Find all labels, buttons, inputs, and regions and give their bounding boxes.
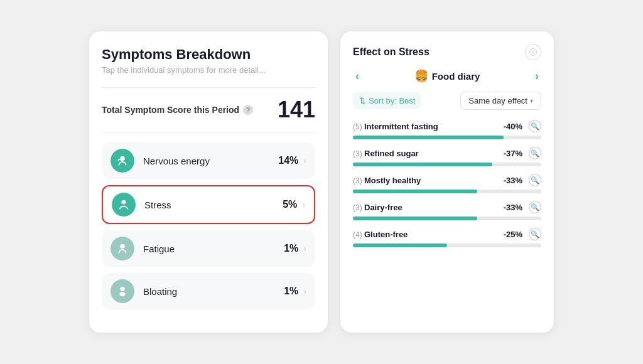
svg-point-3 <box>120 287 124 291</box>
food-pct: -25% <box>504 230 522 239</box>
sort-icon: ⇅ <box>359 96 366 105</box>
effect-panel: Effect on Stress i ‹ 🍔 Food diary › ⇅ So… <box>340 31 554 333</box>
app-wrapper: Symptoms Breakdown Tap the individual sy… <box>0 0 643 364</box>
panel-title: Symptoms Breakdown <box>102 46 315 63</box>
panel-subtitle: Tap the individual symptoms for more det… <box>102 65 315 75</box>
chevron-down-icon: ▾ <box>530 97 533 104</box>
search-icon[interactable]: 🔍 <box>529 147 541 159</box>
symptom-item-stress[interactable]: Stress 5% › <box>102 185 315 224</box>
food-item: (3) Dairy-free -33% 🔍 <box>353 201 541 220</box>
search-icon[interactable]: 🔍 <box>529 174 541 186</box>
effect-info-button[interactable]: i <box>525 44 541 60</box>
effect-header: Effect on Stress i <box>353 44 541 60</box>
food-count: (5) <box>353 122 364 131</box>
symptom-pct-bloating: 1% <box>284 286 298 297</box>
food-item: (3) Mostly healthy -33% 🔍 <box>353 174 541 193</box>
food-count: (4) <box>353 230 364 239</box>
chevron-right-icon-fatigue: › <box>303 244 306 254</box>
food-item-row: (3) Mostly healthy -33% 🔍 <box>353 174 541 186</box>
nav-prev-button[interactable]: ‹ <box>353 70 362 83</box>
symptom-icon-fatigue <box>111 237 134 260</box>
food-label: (4) Gluten-free <box>353 230 408 239</box>
filter-row: ⇅ Sort by: Best Same day effect ▾ <box>353 92 541 110</box>
symptom-name-nervous-energy: Nervous energy <box>143 156 278 166</box>
nav-center: 🍔 Food diary <box>414 69 480 83</box>
food-item: (5) Intermittent fasting -40% 🔍 <box>353 120 541 139</box>
svg-point-2 <box>120 244 124 249</box>
food-pct: -40% <box>504 122 522 131</box>
food-pct: -33% <box>504 203 522 212</box>
score-label: Total Symptom Score this Period ? <box>102 105 253 115</box>
food-diary-nav: ‹ 🍔 Food diary › <box>353 69 541 83</box>
score-row: Total Symptom Score this Period ? 141 <box>102 87 315 132</box>
nav-next-button[interactable]: › <box>532 70 541 83</box>
food-label: (3) Dairy-free <box>353 203 403 212</box>
search-icon[interactable]: 🔍 <box>529 228 541 240</box>
food-label: (3) Mostly healthy <box>353 176 421 185</box>
food-bar-track <box>353 217 541 220</box>
food-count: (3) <box>353 176 364 185</box>
food-bar-fill <box>353 190 477 193</box>
food-name: Refined sugar <box>364 149 419 158</box>
food-bar-fill <box>353 136 504 139</box>
symptoms-panel: Symptoms Breakdown Tap the individual sy… <box>89 31 328 333</box>
food-bar-track <box>353 244 541 247</box>
score-value: 141 <box>278 97 315 123</box>
food-item-row: (4) Gluten-free -25% 🔍 <box>353 228 541 240</box>
svg-point-4 <box>119 292 125 296</box>
chevron-right-icon-bloating: › <box>303 286 306 296</box>
symptom-icon-stress <box>112 193 136 217</box>
food-diary-label: Food diary <box>432 71 480 82</box>
symptom-name-stress: Stress <box>144 200 283 210</box>
food-bar-fill <box>353 217 477 220</box>
symptom-item-fatigue[interactable]: Fatigue 1% › <box>102 230 315 267</box>
symptom-item-bloating[interactable]: Bloating 1% › <box>102 273 315 309</box>
symptom-name-bloating: Bloating <box>143 286 284 297</box>
food-item-row: (5) Intermittent fasting -40% 🔍 <box>353 120 541 132</box>
effect-filter-button[interactable]: Same day effect ▾ <box>460 92 541 110</box>
food-name: Mostly healthy <box>364 176 421 185</box>
info-icon[interactable]: ? <box>243 105 253 115</box>
food-item-row: (3) Dairy-free -33% 🔍 <box>353 201 541 213</box>
food-bar-fill <box>353 163 492 166</box>
food-bar-fill <box>353 244 447 247</box>
food-item-row: (3) Refined sugar -37% 🔍 <box>353 147 541 159</box>
symptom-icon-bloating <box>111 279 134 303</box>
symptom-pct-fatigue: 1% <box>284 243 298 254</box>
chevron-right-icon-stress: › <box>302 200 305 210</box>
symptom-icon-nervous-energy <box>111 149 134 173</box>
food-list: (5) Intermittent fasting -40% 🔍 (3) Refi… <box>353 120 541 247</box>
food-label: (5) Intermittent fasting <box>353 122 438 131</box>
food-bar-track <box>353 190 541 193</box>
food-item: (4) Gluten-free -25% 🔍 <box>353 228 541 247</box>
search-icon[interactable]: 🔍 <box>529 120 541 132</box>
svg-text:i: i <box>532 50 534 55</box>
effect-title: Effect on Stress <box>353 46 430 58</box>
food-count: (3) <box>353 149 364 158</box>
symptom-item-nervous-energy[interactable]: Nervous energy 14% › <box>102 142 315 179</box>
symptom-pct-stress: 5% <box>283 199 297 210</box>
sort-label: Sort by: Best <box>369 96 415 105</box>
search-icon[interactable]: 🔍 <box>529 201 541 213</box>
food-name: Intermittent fasting <box>364 122 438 131</box>
food-item: (3) Refined sugar -37% 🔍 <box>353 147 541 166</box>
sort-button[interactable]: ⇅ Sort by: Best <box>353 92 421 109</box>
food-name: Gluten-free <box>364 230 408 239</box>
chevron-right-icon: › <box>303 156 306 166</box>
food-bar-track <box>353 136 541 139</box>
symptom-name-fatigue: Fatigue <box>143 244 284 254</box>
effect-filter-label: Same day effect <box>468 96 527 105</box>
symptom-list: Nervous energy 14% › Stress 5% › <box>102 142 315 309</box>
food-bar-track <box>353 163 541 166</box>
food-pct: -37% <box>504 149 522 158</box>
food-count: (3) <box>353 203 364 212</box>
food-diary-emoji: 🍔 <box>414 69 428 83</box>
symptom-pct-nervous-energy: 14% <box>278 155 298 166</box>
food-name: Dairy-free <box>364 203 403 212</box>
food-label: (3) Refined sugar <box>353 149 419 158</box>
food-pct: -33% <box>504 176 522 185</box>
